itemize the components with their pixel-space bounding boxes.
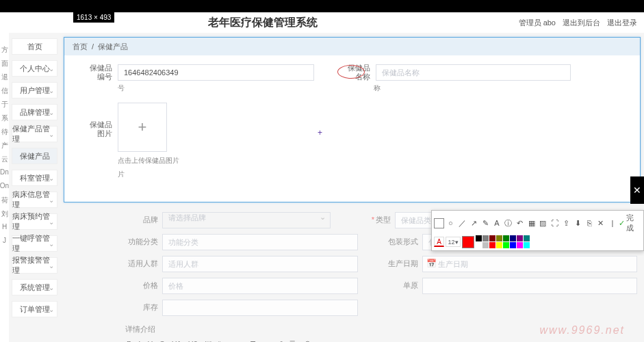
editor-button[interactable]: H2	[187, 339, 199, 343]
unit-input[interactable]	[422, 278, 637, 294]
strip-char: 待	[1, 127, 8, 137]
date-input[interactable]	[422, 256, 637, 272]
editor-button[interactable]: 〒	[288, 337, 298, 342]
brand-label: 品牌	[125, 212, 158, 228]
editor-button[interactable]: I	[137, 339, 142, 343]
copy-icon[interactable]: ⎘	[584, 218, 595, 228]
editor-button[interactable]: ⬚	[203, 338, 213, 342]
sidebar-item[interactable]: 保健产品	[12, 148, 57, 164]
breadcrumb: 首页 / 保健产品	[64, 38, 640, 55]
editor-button[interactable]: B	[125, 339, 133, 343]
palette-cell[interactable]	[510, 235, 516, 241]
date-label: 生产日期	[385, 256, 418, 272]
people-input[interactable]	[162, 256, 358, 272]
editor-button[interactable]: x₂	[261, 338, 271, 342]
breadcrumb-current: 保健产品	[98, 42, 128, 52]
content-area: 首页 / 保健产品 保健品编号 保健品名称 号	[60, 33, 644, 342]
editor-button[interactable]: ≡	[227, 339, 233, 343]
sidebar-item[interactable]: 用户管理	[12, 82, 57, 98]
sidebar-item[interactable]: 首页	[12, 38, 57, 55]
palette-cell[interactable]	[476, 242, 482, 248]
shape-rect-icon[interactable]	[434, 218, 444, 228]
editor-button[interactable]: ≡	[237, 339, 244, 343]
brand-select[interactable]: 请选择品牌	[162, 212, 331, 228]
palette-cell[interactable]	[476, 235, 482, 241]
calendar-icon: 📅	[426, 259, 437, 268]
brush-icon[interactable]: ✎	[480, 218, 491, 228]
editor-button[interactable]: U	[146, 339, 154, 343]
palette-cell[interactable]	[503, 242, 509, 248]
sidebar-item[interactable]: 一键呼管管理	[12, 235, 57, 252]
strip-char: 刘	[1, 209, 8, 219]
exit-backend-link[interactable]: 退出到后台	[563, 18, 600, 28]
strip-char: 面	[1, 59, 8, 68]
strip-char: 方	[1, 45, 8, 55]
editor-button[interactable]: ≣	[248, 338, 257, 342]
screenshot-toolbar[interactable]: ○ ／ ↗ ✎ A ⓘ ↶ ▦ ▨ ⛶ ⇪ ⬇ ⎘ ✕ | ✓完成 A 12 ▾	[431, 210, 644, 251]
breadcrumb-home[interactable]: 首页	[73, 42, 88, 52]
image-uploader[interactable]: +	[118, 103, 167, 152]
stock-input[interactable]	[162, 300, 358, 316]
palette-cell[interactable]	[510, 242, 516, 248]
code-input[interactable]	[118, 64, 314, 81]
sidebar-item[interactable]: 报警接警管理	[12, 257, 57, 274]
editor-button[interactable]: H1	[170, 339, 183, 343]
palette-cell[interactable]	[496, 235, 502, 241]
strip-char: On	[0, 182, 9, 192]
rich-editor-toolbar[interactable]: BIUSH1H2⬚“≡≡≣x₂x²〒↶	[125, 337, 637, 342]
type-label: 类型	[358, 212, 391, 228]
sidebar-item[interactable]: 品牌管理	[12, 104, 57, 120]
name-input[interactable]	[376, 64, 571, 81]
done-button[interactable]: ✓完成	[619, 213, 641, 233]
share-icon[interactable]: ⇪	[561, 218, 571, 228]
pin-icon[interactable]: ⛶	[550, 218, 560, 228]
undo-icon[interactable]: ↶	[515, 218, 525, 228]
admin-label: 管理员 abo	[519, 18, 556, 28]
sidebar-item[interactable]: 订单管理	[12, 301, 57, 317]
side-close-button[interactable]: ✕	[630, 176, 644, 204]
sidebar-item[interactable]: 病床信息管理	[12, 192, 57, 208]
sidebar-item[interactable]: 科室管理	[12, 170, 57, 186]
editor-button[interactable]: x²	[275, 339, 284, 343]
size-picker[interactable]: 12 ▾	[446, 237, 461, 247]
info-icon[interactable]: ⓘ	[503, 218, 513, 228]
font-color-icon[interactable]: A	[434, 237, 444, 247]
name-sub-label: 称	[374, 83, 381, 93]
sidebar-item[interactable]: 病床预约管理	[12, 213, 57, 230]
current-color-swatch[interactable]	[462, 236, 474, 248]
left-vertical-strip: 方面退信于系待产云DnOn荷刘HJ	[0, 33, 9, 342]
editor-button[interactable]: ↶	[302, 338, 311, 342]
palette-cell[interactable]	[496, 242, 502, 248]
shape-line-icon[interactable]: ／	[457, 218, 467, 228]
palette-cell[interactable]	[524, 242, 530, 248]
exit-login-link[interactable]: 退出登录	[607, 18, 637, 28]
palette-cell[interactable]	[482, 242, 489, 248]
close-icon[interactable]: ✕	[595, 218, 606, 228]
color-palette[interactable]	[476, 235, 530, 248]
price-label: 价格	[125, 278, 158, 294]
save-icon[interactable]: ⬇	[573, 218, 583, 228]
breadcrumb-sep: /	[92, 42, 94, 51]
palette-cell[interactable]	[482, 235, 489, 241]
sidebar-item[interactable]: 保健产品管理	[12, 126, 57, 142]
strip-char: J	[3, 237, 6, 246]
palette-cell[interactable]	[524, 235, 530, 241]
editor-button[interactable]: “	[217, 339, 222, 343]
text-icon[interactable]: A	[491, 218, 502, 228]
palette-cell[interactable]	[503, 235, 509, 241]
shape-circle-icon[interactable]: ○	[446, 218, 456, 228]
stock-label: 库存	[125, 300, 158, 316]
palette-cell[interactable]	[489, 235, 495, 241]
palette-cell[interactable]	[489, 242, 495, 248]
shape-arrow-icon[interactable]: ↗	[469, 218, 479, 228]
sidebar-item[interactable]: 系统管理	[12, 279, 57, 295]
blur-icon[interactable]: ▨	[538, 218, 548, 228]
image-sub-label: 片	[118, 170, 621, 179]
sidebar-item[interactable]: 个人中心	[12, 60, 57, 77]
mosaic-icon[interactable]: ▦	[526, 218, 537, 228]
func-input[interactable]	[162, 234, 358, 250]
palette-cell[interactable]	[517, 235, 523, 241]
palette-cell[interactable]	[517, 242, 523, 248]
editor-button[interactable]: S	[158, 339, 166, 343]
price-input[interactable]	[162, 278, 358, 294]
